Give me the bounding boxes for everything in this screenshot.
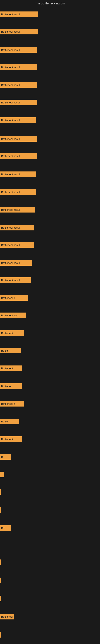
- bottleneck-result-bar: [0, 507, 0, 513]
- bottleneck-result-bar: Bottleneck result: [0, 82, 37, 88]
- bottleneck-result-bar: Bottleneck result: [0, 225, 34, 230]
- bottleneck-result-bar: Bottleneck result: [0, 153, 37, 159]
- bottleneck-result-bar: Bottleneck: [0, 330, 24, 336]
- bottleneck-result-bar: Bottleneck result: [0, 136, 37, 142]
- bottleneck-result-bar: Bottleneck result: [0, 47, 37, 53]
- bottleneck-result-bar: Bottleneck r: [0, 295, 28, 301]
- bottleneck-result-bar: Bottlen: [0, 348, 21, 354]
- bottleneck-result-bar: [0, 596, 0, 601]
- bottleneck-result-bar: Bottleneck result: [0, 29, 38, 34]
- bottleneck-result-bar: [0, 578, 0, 583]
- bottleneck-result-bar: [0, 560, 0, 565]
- bottleneck-result-bar: Bottleneck result: [0, 100, 37, 105]
- bottleneck-result-bar: B: [0, 454, 11, 460]
- bottleneck-result-bar: Bottleneck result: [0, 12, 38, 17]
- bottleneck-result-bar: Bottleneck re: [0, 614, 14, 620]
- bottleneck-result-bar: Bottleneck result: [0, 189, 36, 195]
- bottleneck-result-bar: Bottleneck: [0, 436, 22, 442]
- bottleneck-result-bar: Bottleneck resu: [0, 312, 26, 318]
- bottleneck-result-bar: Bottleneck: [0, 366, 22, 371]
- bottleneck-result-bar: Bottleneck result: [0, 207, 35, 212]
- bottleneck-result-bar: Bottleneck result: [0, 172, 36, 177]
- bottleneck-result-bar: Bot: [0, 525, 11, 531]
- bottleneck-result-bar: [0, 632, 0, 638]
- bottleneck-result-bar: Bottleneck result: [0, 64, 37, 70]
- bottleneck-result-bar: Bottlenec: [0, 384, 22, 389]
- bottleneck-result-bar: [0, 489, 0, 495]
- bottleneck-result-bar: Bottleneck result: [0, 242, 34, 248]
- bottleneck-result-bar: Bottleneck result: [0, 260, 32, 266]
- bottleneck-result-bar: Bottle: [0, 418, 19, 424]
- bottleneck-result-bar: Bottleneck result: [0, 117, 36, 123]
- bottleneck-result-bar: Bottleneck r: [0, 401, 24, 406]
- bottleneck-result-bar: [0, 472, 3, 477]
- site-title: TheBottlenecker.com: [0, 0, 100, 7]
- bottleneck-result-bar: Bottleneck result: [0, 277, 31, 283]
